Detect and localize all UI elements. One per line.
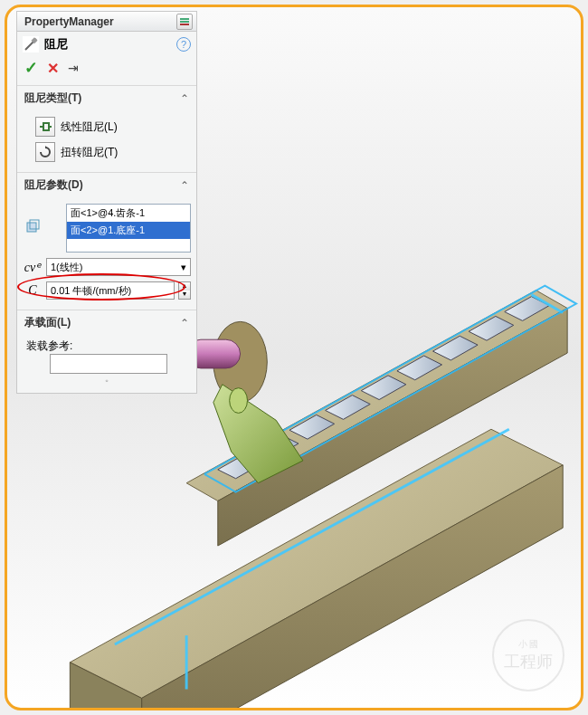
svg-rect-19 xyxy=(180,21,189,23)
load-ref-input[interactable] xyxy=(50,354,167,374)
exponent-dropdown[interactable]: 1(线性) ▾ xyxy=(46,258,191,276)
selection-empty xyxy=(67,239,190,252)
spin-down-icon[interactable]: ▼ xyxy=(179,291,190,299)
chevron-up-icon: ⌃ xyxy=(180,179,189,192)
section-damper-type: 阻尼类型(T) ⌃ 线性阻尼(L) 扭转阻尼(T) xyxy=(17,86,196,173)
svg-rect-24 xyxy=(43,123,49,130)
svg-marker-26 xyxy=(45,146,48,148)
chevron-up-icon: ⌃ xyxy=(180,92,189,105)
feature-name: 阻尼 xyxy=(44,36,176,52)
linear-damper-icon xyxy=(35,117,55,137)
section-load-face: 承载面(L) ⌃ 装载参考: ◦ xyxy=(17,310,196,393)
panel-menu-button[interactable] xyxy=(176,14,193,30)
chevron-up-icon: ⌃ xyxy=(180,317,189,329)
svg-rect-18 xyxy=(180,18,189,20)
coeff-symbol: C xyxy=(23,283,43,298)
coeff-spinner[interactable]: ▲ ▼ xyxy=(178,281,191,300)
watermark-big: 工程师 xyxy=(504,651,553,672)
svg-point-17 xyxy=(230,388,248,414)
section-damper-params: 阻尼参数(D) ⌃ 面<1>@4.齿条-1 面<2>@1.底座-1 cvᵉ xyxy=(17,173,196,310)
watermark: 小 國 工程师 xyxy=(492,619,564,691)
section-head-load[interactable]: 承载面(L) ⌃ xyxy=(17,310,196,335)
section-title-load: 承载面(L) xyxy=(24,315,180,330)
load-ref-label: 装载参考: xyxy=(23,338,191,354)
damping-coeff-input[interactable]: 0.01 牛顿/(mm/秒) xyxy=(46,281,175,300)
action-row: ✓ ✕ ⇥ xyxy=(17,54,196,86)
panel-title: PropertyManager xyxy=(24,15,176,28)
torsional-damper-label: 扭转阻尼(T) xyxy=(61,145,118,160)
damper-icon xyxy=(23,36,39,52)
property-manager-panel: PropertyManager 阻尼 ? ✓ ✕ ⇥ 阻尼类型(T) ⌃ xyxy=(16,11,197,394)
torsional-damper-option[interactable]: 扭转阻尼(T) xyxy=(23,139,191,165)
linear-damper-label: 线性阻尼(L) xyxy=(61,119,118,135)
exponent-value: 1(线性) xyxy=(51,261,82,274)
chevron-down-icon: ▾ xyxy=(181,262,186,273)
damping-coeff-value: 0.01 牛顿/(mm/秒) xyxy=(51,284,131,298)
linear-damper-option[interactable]: 线性阻尼(L) xyxy=(23,114,191,139)
torsional-damper-icon xyxy=(35,142,55,162)
face-select-icon xyxy=(23,218,43,238)
expand-dot-icon[interactable]: ◦ xyxy=(23,374,191,386)
spin-up-icon[interactable]: ▲ xyxy=(179,282,190,291)
exponent-symbol: cvᵉ xyxy=(23,260,43,275)
watermark-small: 小 國 xyxy=(518,638,539,651)
svg-rect-27 xyxy=(27,223,36,232)
section-head-type[interactable]: 阻尼类型(T) ⌃ xyxy=(17,86,196,110)
panel-menu-icon xyxy=(179,16,190,27)
pin-button[interactable]: ⇥ xyxy=(68,61,79,75)
face-selection-list[interactable]: 面<1>@4.齿条-1 面<2>@1.底座-1 xyxy=(66,204,191,253)
selection-item[interactable]: 面<2>@1.底座-1 xyxy=(67,222,190,239)
feature-row: 阻尼 ? xyxy=(17,32,196,54)
ok-button[interactable]: ✓ xyxy=(24,58,38,78)
section-title-type: 阻尼类型(T) xyxy=(24,91,180,106)
cancel-button[interactable]: ✕ xyxy=(47,60,59,77)
svg-rect-20 xyxy=(180,24,189,25)
help-icon[interactable]: ? xyxy=(176,37,191,52)
section-title-params: 阻尼参数(D) xyxy=(24,177,180,193)
selection-item[interactable]: 面<1>@4.齿条-1 xyxy=(67,205,190,222)
panel-header: PropertyManager xyxy=(17,12,196,32)
section-head-params[interactable]: 阻尼参数(D) ⌃ xyxy=(17,173,196,197)
